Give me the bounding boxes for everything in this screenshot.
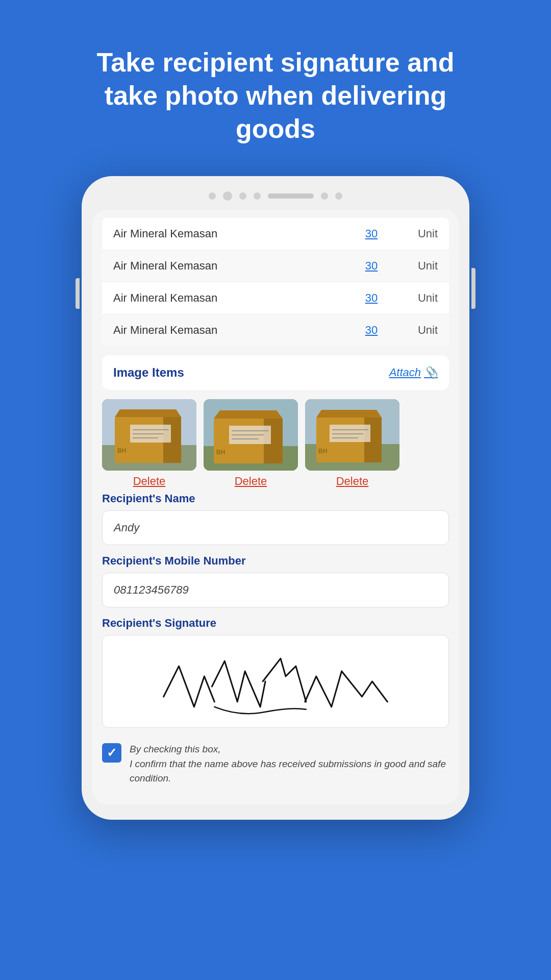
checkmark-icon: ✓ [107,746,117,760]
table-row: Air Mineral Kemasan 30 Unit [102,218,449,250]
photo-item-1: BH Delete [102,399,196,488]
phone-dot-5 [321,192,328,200]
photo-grid: BH Delete [102,399,449,488]
item-qty-2[interactable]: 30 [351,259,392,273]
item-unit-1: Unit [392,227,438,240]
recipient-mobile-input[interactable]: 081123456789 [102,573,449,607]
confirm-line-1: By checking this box, [130,744,220,754]
item-name-1: Air Mineral Kemasan [113,227,351,240]
hero-title: Take recipient signature and take photo … [46,0,505,176]
item-name-3: Air Mineral Kemasan [113,291,351,305]
svg-text:BH: BH [318,448,327,455]
confirm-line-2: I confirm that the name above has receiv… [130,758,446,784]
table-row: Air Mineral Kemasan 30 Unit [102,250,449,282]
table-row: Air Mineral Kemasan 30 Unit [102,282,449,314]
image-items-card: Image Items Attach 📎 [102,355,449,390]
delete-photo-1[interactable]: Delete [133,475,166,488]
image-items-title: Image Items [113,365,184,380]
recipient-signature-label: Recipient's Signature [102,617,449,630]
photo-thumbnail-3[interactable]: BH [305,399,399,471]
delete-photo-3[interactable]: Delete [336,475,369,488]
svg-marker-3 [115,409,181,417]
recipient-name-section: Recipient's Name Andy [102,492,449,545]
svg-text:BH: BH [117,447,126,454]
phone-speaker [268,193,314,199]
phone-frame: Air Mineral Kemasan 30 Unit Air Mineral … [82,176,469,820]
confirm-text: By checking this box, I confirm that the… [130,742,449,786]
phone-dot-6 [335,192,342,200]
svg-marker-13 [214,410,283,419]
screen-content: Air Mineral Kemasan 30 Unit Air Mineral … [92,210,459,804]
photo-thumbnail-1[interactable]: BH [102,399,196,471]
svg-rect-25 [330,425,370,442]
recipient-mobile-label: Recipient's Mobile Number [102,554,449,568]
item-name-4: Air Mineral Kemasan [113,324,351,337]
phone-dot-3 [239,192,246,200]
photo-thumbnail-2[interactable]: BH [204,399,298,471]
paperclip-icon: 📎 [424,366,438,379]
table-row: Air Mineral Kemasan 30 Unit [102,314,449,346]
items-table: Air Mineral Kemasan 30 Unit Air Mineral … [102,218,449,346]
phone-dot-1 [209,192,216,200]
recipient-name-label: Recipient's Name [102,492,449,505]
signature-box[interactable] [102,635,449,728]
item-unit-2: Unit [392,259,438,273]
item-unit-3: Unit [392,291,438,305]
confirm-checkbox[interactable]: ✓ [102,743,121,763]
recipient-mobile-section: Recipient's Mobile Number 081123456789 [102,554,449,607]
item-qty-4[interactable]: 30 [351,324,392,337]
item-unit-4: Unit [392,324,438,337]
recipient-signature-section: Recipient's Signature [102,617,449,728]
phone-side-button-left [76,278,80,309]
attach-button[interactable]: Attach 📎 [389,366,438,379]
photo-item-3: BH Delete [305,399,399,488]
svg-text:BH: BH [216,449,225,456]
phone-dot-camera [223,191,232,201]
phone-side-button-right [471,268,475,309]
phone-screen: Air Mineral Kemasan 30 Unit Air Mineral … [92,210,459,804]
svg-marker-23 [316,410,382,418]
item-name-2: Air Mineral Kemasan [113,259,351,273]
phone-dot-4 [254,192,261,200]
photo-item-2: BH Delete [204,399,298,488]
delete-photo-2[interactable]: Delete [235,475,267,488]
confirm-row: ✓ By checking this box, I confirm that t… [102,737,449,796]
phone-top-bar [92,191,459,201]
item-qty-3[interactable]: 30 [351,291,392,305]
item-qty-1[interactable]: 30 [351,227,392,240]
recipient-name-input[interactable]: Andy [102,510,449,545]
attach-label: Attach [389,366,421,379]
